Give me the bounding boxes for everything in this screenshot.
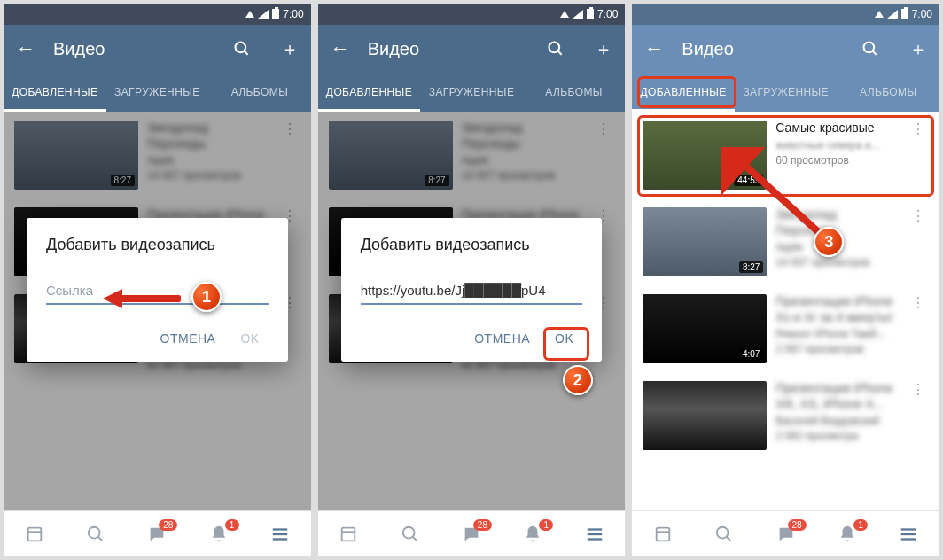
- svg-point-4: [89, 526, 100, 538]
- nav-notifications-icon[interactable]: 1: [521, 523, 544, 546]
- svg-line-19: [873, 51, 877, 55]
- back-icon[interactable]: ←: [644, 37, 664, 60]
- app-header: ← Видео ＋: [632, 25, 939, 73]
- battery-icon: [587, 9, 594, 19]
- tab-added[interactable]: ДОБАВЛЕННЫЕ: [632, 73, 735, 112]
- more-icon[interactable]: ⋮: [908, 121, 929, 137]
- notif-badge: 1: [225, 519, 239, 531]
- page-title: Видео: [368, 39, 518, 59]
- list-item[interactable]: 4:07 Презентация iPhone Xs и Xr за 4 мин…: [632, 285, 939, 372]
- nav-menu-icon[interactable]: [269, 523, 292, 546]
- svg-line-20: [736, 158, 822, 236]
- ok-button[interactable]: OK: [231, 324, 268, 353]
- more-icon[interactable]: ⋮: [908, 381, 929, 398]
- svg-point-13: [402, 526, 414, 538]
- wifi-icon: [560, 11, 569, 18]
- list-item[interactable]: Презентация iPhone XR, XS, iPhone X... В…: [632, 372, 939, 459]
- status-bar: 7:00: [4, 4, 311, 25]
- tab-albums[interactable]: АЛЬБОМЫ: [837, 73, 939, 112]
- nav-menu-icon[interactable]: [583, 523, 606, 546]
- nav-feed-icon[interactable]: [23, 523, 46, 546]
- messages-badge: 28: [788, 519, 807, 531]
- signal-icon: [573, 10, 583, 19]
- search-icon[interactable]: [233, 40, 251, 58]
- nav-notifications-icon[interactable]: 1: [207, 523, 230, 546]
- duration-badge: 4:07: [739, 348, 763, 360]
- tab-uploaded[interactable]: ЗАГРУЖЕННЫЕ: [735, 73, 838, 112]
- step-marker-1: 1: [191, 282, 222, 312]
- messages-badge: 28: [473, 519, 492, 531]
- more-icon[interactable]: ⋮: [908, 294, 929, 311]
- svg-line-5: [98, 536, 103, 541]
- video-title: Самые красивые: [775, 121, 899, 136]
- app-header: ← Видео ＋: [318, 25, 626, 73]
- nav-messages-icon[interactable]: 28: [460, 523, 483, 546]
- bottom-nav: 28 1: [4, 510, 311, 556]
- nav-notifications-icon[interactable]: 1: [836, 523, 859, 546]
- nav-feed-icon[interactable]: [337, 523, 360, 546]
- page-title: Видео: [53, 39, 203, 59]
- battery-icon: [272, 9, 279, 19]
- wifi-icon: [875, 11, 884, 18]
- svg-point-0: [235, 43, 245, 53]
- svg-point-23: [717, 526, 729, 538]
- back-icon[interactable]: ←: [16, 37, 35, 60]
- add-video-dialog: Добавить видеозапись ОТМЕНА OK: [27, 218, 288, 362]
- duration-badge: 8:27: [739, 261, 763, 273]
- nav-feed-icon[interactable]: [651, 523, 674, 546]
- nav-search-icon[interactable]: [713, 523, 736, 546]
- add-video-dialog: Добавить видеозапись ОТМЕНА OK: [341, 218, 603, 362]
- nav-search-icon[interactable]: [84, 523, 107, 546]
- tab-albums[interactable]: АЛЬБОМЫ: [208, 73, 311, 112]
- video-thumbnail: [643, 381, 767, 450]
- signal-icon: [258, 10, 269, 19]
- ok-button[interactable]: OK: [546, 324, 582, 353]
- back-icon[interactable]: ←: [331, 37, 350, 60]
- search-icon[interactable]: [861, 40, 879, 58]
- svg-rect-11: [342, 527, 355, 541]
- video-views: 14 007 просмотров: [775, 256, 899, 268]
- notif-badge: 1: [539, 519, 553, 531]
- status-time: 7:00: [283, 8, 303, 20]
- status-time: 7:00: [597, 8, 618, 20]
- more-icon[interactable]: ⋮: [908, 207, 929, 224]
- nav-menu-icon[interactable]: [897, 523, 920, 546]
- app-header: ← Видео ＋: [4, 25, 311, 73]
- dialog-title: Добавить видеозапись: [46, 236, 269, 254]
- add-icon[interactable]: ＋: [281, 37, 299, 61]
- tab-uploaded[interactable]: ЗАГРУЖЕННЫЕ: [420, 73, 523, 112]
- arrow-head-icon: [103, 289, 122, 308]
- svg-rect-21: [657, 527, 670, 541]
- link-input[interactable]: [361, 279, 583, 305]
- page-title: Видео: [682, 39, 831, 59]
- messages-badge: 28: [159, 519, 177, 531]
- notif-badge: 1: [853, 519, 868, 531]
- add-icon[interactable]: ＋: [909, 37, 927, 61]
- cancel-button[interactable]: ОТМЕНА: [152, 324, 225, 353]
- svg-point-18: [864, 43, 875, 53]
- signal-icon: [887, 10, 898, 19]
- status-bar: 7:00: [632, 4, 939, 25]
- svg-line-24: [727, 536, 731, 541]
- tab-added[interactable]: ДОБАВЛЕННЫЕ: [4, 73, 106, 112]
- svg-line-1: [244, 51, 247, 55]
- svg-line-14: [412, 536, 417, 541]
- video-views: 2 067 просмотров: [775, 343, 899, 355]
- tabs: ДОБАВЛЕННЫЕ ЗАГРУЖЕННЫЕ АЛЬБОМЫ: [318, 73, 626, 112]
- tab-added[interactable]: ДОБАВЛЕННЫЕ: [318, 73, 421, 112]
- nav-messages-icon[interactable]: 28: [145, 523, 168, 546]
- tabs: ДОБАВЛЕННЫЕ ЗАГРУЖЕННЫЕ АЛЬБОМЫ: [632, 73, 939, 112]
- tabs: ДОБАВЛЕННЫЕ ЗАГРУЖЕННЫЕ АЛЬБОМЫ: [4, 73, 311, 112]
- cancel-button[interactable]: ОТМЕНА: [465, 324, 539, 353]
- tab-albums[interactable]: АЛЬБОМЫ: [523, 73, 626, 112]
- video-author: Ремонт iPhone Тамб...: [775, 328, 899, 340]
- wifi-icon: [245, 11, 254, 18]
- tab-uploaded[interactable]: ЗАГРУЖЕННЫЕ: [106, 73, 209, 112]
- status-bar: 7:00: [318, 4, 626, 25]
- search-icon[interactable]: [547, 40, 565, 58]
- nav-messages-icon[interactable]: 28: [775, 523, 798, 546]
- nav-search-icon[interactable]: [399, 523, 422, 546]
- add-icon[interactable]: ＋: [595, 37, 612, 61]
- video-thumbnail: 4:07: [643, 294, 767, 363]
- arrow-annotation: [119, 295, 181, 302]
